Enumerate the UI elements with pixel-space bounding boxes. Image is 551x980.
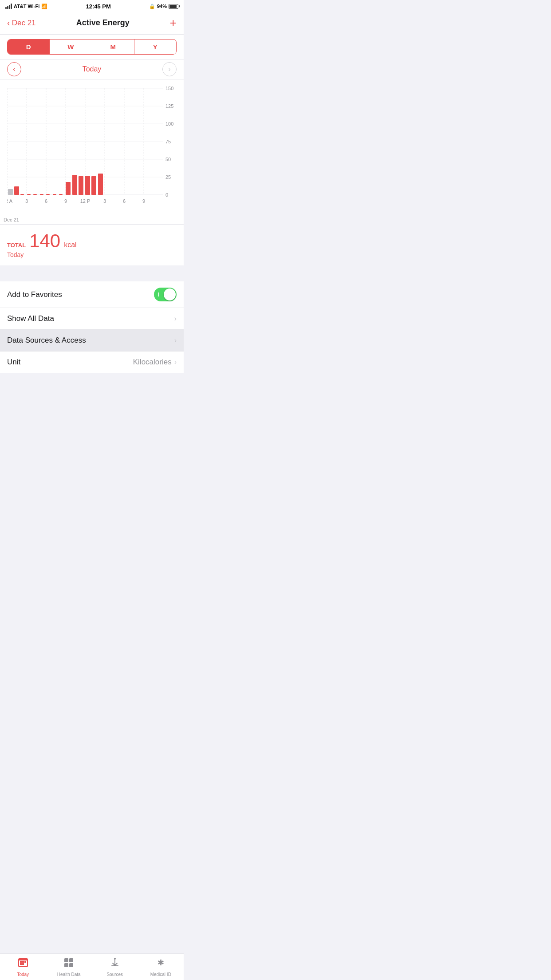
summary-total-value: 140 bbox=[29, 232, 60, 250]
svg-rect-31 bbox=[66, 182, 71, 195]
svg-rect-22 bbox=[8, 189, 13, 195]
section-divider bbox=[0, 265, 184, 281]
svg-text:9: 9 bbox=[142, 198, 145, 204]
battery-icon bbox=[169, 4, 178, 9]
settings-list: Add to Favorites I Show All Data › Data … bbox=[0, 281, 184, 373]
svg-text:125: 125 bbox=[165, 103, 173, 109]
toggle-i-label: I bbox=[158, 292, 159, 298]
svg-rect-29 bbox=[53, 194, 56, 195]
favorites-toggle[interactable]: I bbox=[154, 288, 177, 301]
signal-icon bbox=[5, 4, 12, 9]
svg-text:75: 75 bbox=[165, 139, 171, 144]
show-all-chevron-icon: › bbox=[174, 315, 177, 323]
show-all-label: Show All Data bbox=[7, 314, 54, 323]
data-sources-chevron-icon: › bbox=[174, 336, 177, 344]
segment-container: D W M Y bbox=[0, 35, 184, 59]
chart-svg: 150 125 100 75 50 25 0 bbox=[7, 84, 177, 208]
svg-text:0: 0 bbox=[165, 192, 168, 198]
show-all-right: › bbox=[174, 315, 177, 323]
status-time: 12:45 PM bbox=[86, 3, 110, 10]
svg-rect-23 bbox=[14, 186, 19, 195]
favorites-label: Add to Favorites bbox=[7, 290, 62, 299]
svg-text:6: 6 bbox=[123, 198, 126, 204]
segment-year[interactable]: Y bbox=[134, 40, 176, 54]
date-navigator: ‹ Today › bbox=[0, 59, 184, 79]
summary-total-label: TOTAL bbox=[7, 242, 26, 249]
svg-text:100: 100 bbox=[165, 121, 173, 126]
unit-row[interactable]: Unit Kilocalories › bbox=[0, 352, 184, 373]
segment-week[interactable]: W bbox=[50, 40, 92, 54]
data-sources-label: Data Sources & Access bbox=[7, 336, 86, 345]
chart-inner: 150 125 100 75 50 25 0 bbox=[7, 84, 177, 217]
svg-text:9: 9 bbox=[64, 198, 67, 204]
segment-day[interactable]: D bbox=[8, 40, 50, 54]
svg-text:3: 3 bbox=[25, 198, 28, 204]
carrier-label: AT&T Wi-Fi bbox=[14, 4, 39, 9]
status-bar: AT&T Wi-Fi 📶 12:45 PM 🔒 94% bbox=[0, 0, 184, 12]
svg-rect-26 bbox=[33, 194, 37, 195]
svg-rect-30 bbox=[59, 194, 63, 195]
status-left: AT&T Wi-Fi 📶 bbox=[5, 4, 47, 9]
nav-header: ‹ Dec 21 Active Energy + bbox=[0, 12, 184, 35]
segment-control: D W M Y bbox=[7, 39, 177, 55]
segment-month[interactable]: M bbox=[92, 40, 134, 54]
toggle-knob bbox=[164, 288, 176, 300]
svg-text:3: 3 bbox=[103, 198, 106, 204]
summary-unit: kcal bbox=[64, 241, 76, 249]
svg-rect-25 bbox=[27, 194, 31, 195]
svg-text:50: 50 bbox=[165, 157, 171, 162]
back-button[interactable]: ‹ Dec 21 bbox=[7, 18, 36, 28]
unit-right: Kilocalories › bbox=[133, 358, 177, 367]
unit-value: Kilocalories bbox=[133, 358, 172, 367]
back-chevron-icon: ‹ bbox=[7, 18, 10, 28]
svg-text:12 P: 12 P bbox=[80, 198, 91, 204]
chart-container: 150 125 100 75 50 25 0 bbox=[0, 79, 184, 265]
svg-text:25: 25 bbox=[165, 174, 171, 180]
svg-text:12 A: 12 A bbox=[7, 198, 13, 204]
unit-label: Unit bbox=[7, 358, 20, 367]
svg-rect-32 bbox=[72, 175, 77, 195]
wifi-icon: 📶 bbox=[41, 4, 47, 9]
svg-rect-28 bbox=[46, 194, 50, 195]
current-date-label: Today bbox=[83, 65, 102, 73]
svg-rect-33 bbox=[79, 176, 83, 195]
svg-rect-24 bbox=[20, 194, 24, 195]
svg-rect-35 bbox=[91, 176, 96, 195]
next-date-button: › bbox=[162, 62, 177, 76]
summary-date: Today bbox=[7, 251, 177, 258]
show-all-data-row[interactable]: Show All Data › bbox=[0, 308, 184, 330]
prev-date-button[interactable]: ‹ bbox=[7, 62, 21, 76]
summary-container: TOTAL 140 kcal Today bbox=[0, 224, 184, 265]
status-right: 🔒 94% bbox=[149, 4, 178, 9]
lock-icon: 🔒 bbox=[149, 4, 155, 9]
svg-text:150: 150 bbox=[165, 86, 173, 91]
svg-rect-36 bbox=[98, 174, 103, 195]
battery-percent: 94% bbox=[157, 4, 167, 9]
add-button[interactable]: + bbox=[170, 16, 177, 30]
data-sources-right: › bbox=[174, 336, 177, 344]
favorites-row[interactable]: Add to Favorites I bbox=[0, 281, 184, 308]
page-title: Active Energy bbox=[76, 18, 130, 28]
back-label: Dec 21 bbox=[12, 19, 36, 28]
svg-rect-27 bbox=[40, 194, 43, 195]
chart-date-label: Dec 21 bbox=[2, 217, 184, 224]
svg-text:6: 6 bbox=[45, 198, 47, 204]
summary-line: TOTAL 140 kcal bbox=[7, 232, 177, 250]
svg-rect-34 bbox=[85, 176, 90, 195]
unit-chevron-icon: › bbox=[174, 358, 177, 366]
data-sources-row[interactable]: Data Sources & Access › bbox=[0, 330, 184, 352]
